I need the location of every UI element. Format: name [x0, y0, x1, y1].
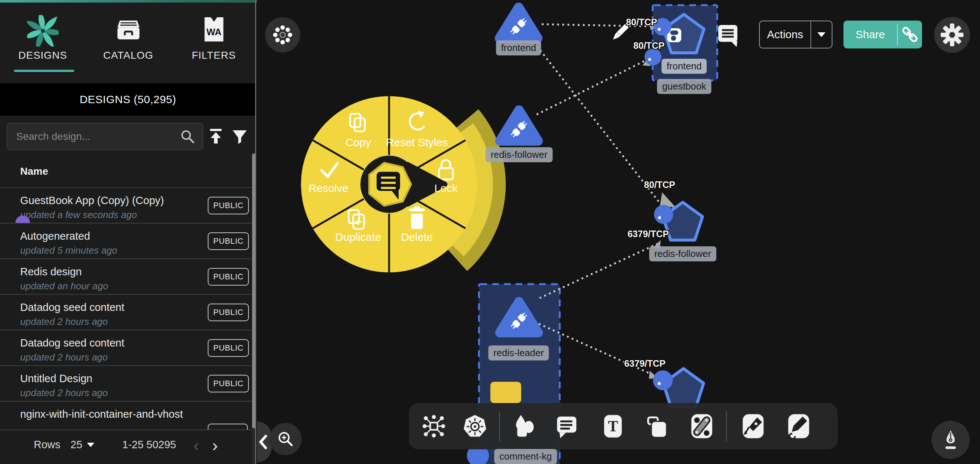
tab-filters-label: FILTERS: [192, 49, 235, 61]
port[interactable]: [654, 205, 673, 224]
edge-label: 6379/TCP: [628, 229, 669, 239]
comment-tool-button[interactable]: [554, 413, 579, 439]
radial-item-reset-styles[interactable]: Reset Styles: [386, 136, 448, 149]
link-icon: [900, 25, 920, 45]
import-design-icon[interactable]: [206, 127, 225, 147]
node-label: redis-follower: [649, 246, 716, 261]
group-label: guestbook: [657, 79, 711, 94]
search-icon[interactable]: [178, 128, 196, 147]
chevron-down-icon: [818, 32, 826, 37]
design-canvas[interactable]: Copy Reset Styles Resolve Lock Duplicate…: [257, 0, 980, 464]
designs-panel-title: DESIGNS (50,295): [0, 83, 256, 116]
radial-item-resolve[interactable]: Resolve: [309, 182, 348, 195]
sidebar: DESIGNS CATALOG: [0, 3, 256, 464]
next-page-button[interactable]: ›: [212, 438, 218, 453]
share-button-label: Share: [843, 28, 897, 41]
design-row[interactable]: Redis design updated an hour ago PUBLIC: [0, 258, 256, 294]
share-button[interactable]: Share: [843, 21, 922, 48]
radial-item-copy[interactable]: Copy: [345, 136, 371, 149]
actions-dropdown-toggle[interactable]: [811, 32, 832, 37]
copy-link-button[interactable]: [898, 25, 922, 45]
text-tool-button[interactable]: T: [600, 413, 626, 439]
shapes-tool-button[interactable]: [512, 413, 538, 439]
actions-button[interactable]: Actions: [759, 21, 832, 48]
node-label: frontend: [662, 59, 706, 74]
architecture-tool-button[interactable]: [421, 413, 447, 439]
comment-bubble-icon[interactable]: [718, 25, 737, 47]
visibility-badge: PUBLIC: [208, 304, 249, 321]
node-label: frontend: [496, 40, 541, 56]
visibility-badge: PUBLIC: [208, 375, 249, 392]
design-row[interactable]: Untitled Design updated 2 hours ago PUBL…: [0, 365, 256, 401]
design-list: GuestBook App (Copy) (Copy) updated a fe…: [0, 187, 256, 430]
pen-tool-button[interactable]: [740, 413, 766, 439]
tab-filters[interactable]: WA FILTERS: [171, 3, 256, 81]
rows-per-page-select[interactable]: 25: [70, 438, 82, 451]
filter-funnel-icon[interactable]: [231, 128, 249, 147]
frontend-service-node[interactable]: [500, 7, 538, 38]
zoom-in-button[interactable]: [269, 423, 302, 455]
visibility-badge: PUBLIC: [208, 232, 249, 250]
design-row[interactable]: GuestBook App (Copy) (Copy) updated a fe…: [0, 187, 256, 223]
catalog-archive-icon: [114, 15, 143, 46]
link-tool-button[interactable]: [689, 413, 714, 439]
sidebar-canvas-divider: [255, 0, 256, 464]
radial-item-delete[interactable]: Delete: [401, 231, 433, 243]
note-tool-button[interactable]: [645, 413, 671, 439]
gear-icon: [940, 23, 964, 46]
comment-node-glyph: [369, 163, 411, 206]
delete-trash-icon[interactable]: [409, 206, 425, 229]
toolbar-divider: [499, 411, 500, 442]
pen-nib-icon: [939, 428, 963, 451]
tab-catalog[interactable]: CATALOG: [86, 3, 171, 81]
svg-text:WA: WA: [206, 27, 221, 37]
comment-node-partial[interactable]: [490, 382, 521, 403]
design-row[interactable]: Autogenerated updated 5 minutes ago PUBL…: [0, 223, 256, 258]
settings-button[interactable]: [934, 17, 970, 53]
meshery-logo-icon: [27, 15, 59, 48]
zoom-in-icon: [275, 429, 296, 449]
actions-button-label: Actions: [760, 28, 810, 41]
edge-label: 6379/TCP: [624, 358, 666, 369]
pagination-range: 1-25 50295: [122, 438, 176, 451]
active-tab-underline: [14, 70, 74, 72]
radial-item-duplicate[interactable]: Duplicate: [335, 231, 381, 243]
freehand-draw-tool-button[interactable]: [786, 413, 811, 439]
chevron-left-icon: [257, 427, 269, 457]
design-row[interactable]: nginx-with-init-container-and-vhost PUBL…: [0, 401, 256, 430]
edge-label: 80/TCP: [626, 17, 657, 27]
dot-cluster-icon: [272, 24, 294, 46]
bottom-pod-node[interactable]: [653, 368, 704, 407]
edge-frontend-redisfollower-pod[interactable]: [531, 38, 661, 204]
rows-per-page-caret-icon[interactable]: [87, 443, 94, 447]
edge-label: 80/TCP: [644, 180, 675, 190]
visibility-badge: PUBLIC: [208, 339, 249, 357]
svg-text:T: T: [608, 418, 618, 435]
canvas-mode-button[interactable]: [265, 17, 300, 53]
rows-label: Rows: [34, 438, 60, 451]
redis-follower-service-node[interactable]: [500, 110, 538, 141]
tab-catalog-label: CATALOG: [103, 49, 153, 61]
node-label: redis-follower: [485, 147, 553, 162]
kubernetes-tool-button[interactable]: [462, 413, 488, 439]
sidebar-tabs: DESIGNS CATALOG: [0, 3, 256, 81]
edge-label: 80/TCP: [633, 40, 665, 51]
kanvas-app: DESIGNS CATALOG: [0, 0, 980, 464]
port[interactable]: [644, 48, 662, 65]
radial-item-lock[interactable]: Lock: [434, 182, 457, 195]
wasm-filter-icon: WA: [200, 15, 228, 45]
visibility-badge: PUBLIC: [208, 197, 249, 214]
design-row[interactable]: Datadog seed content updated 2 hours ago…: [0, 330, 256, 365]
port[interactable]: [653, 370, 673, 390]
column-header-name: Name: [20, 166, 48, 177]
group-label: comment-kg: [494, 449, 557, 464]
node-label: redis-leader: [488, 345, 549, 360]
prev-page-button[interactable]: ‹: [193, 438, 199, 453]
tab-designs[interactable]: DESIGNS: [0, 3, 86, 81]
divider: [0, 429, 256, 430]
tab-designs-label: DESIGNS: [18, 49, 67, 61]
design-row[interactable]: Datadog seed content updated 2 hours ago…: [0, 294, 256, 330]
pen-mode-button[interactable]: [932, 421, 970, 459]
search-input[interactable]: [6, 123, 203, 150]
toolbar-divider: [726, 411, 727, 442]
